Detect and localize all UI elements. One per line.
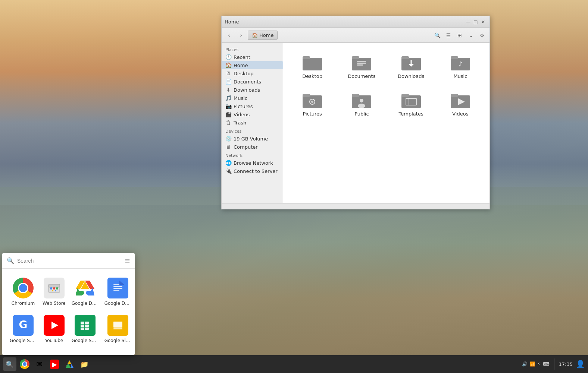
sidebar-label-computer: Computer bbox=[234, 144, 258, 150]
folder-videos-label: Videos bbox=[452, 111, 468, 117]
folder-documents-label: Documents bbox=[348, 73, 375, 79]
folder-downloads[interactable]: Downloads bbox=[390, 50, 433, 82]
folder-music[interactable]: ♪ Music bbox=[439, 50, 482, 82]
folder-videos[interactable]: Videos bbox=[439, 88, 482, 120]
chromium-taskbar-icon bbox=[20, 359, 29, 369]
fm-scrollbar[interactable] bbox=[222, 203, 490, 209]
home-nav-icon: 🏠 bbox=[225, 62, 231, 68]
app-item-gdrive[interactable]: Google Drive bbox=[70, 275, 100, 309]
taskbar-gmail-button[interactable]: ✉ bbox=[33, 357, 46, 371]
files-taskbar-icon: 📁 bbox=[80, 360, 88, 368]
folder-documents-icon bbox=[351, 53, 372, 71]
keyboard-tray-icon[interactable]: ⌨ bbox=[543, 361, 549, 367]
taskbar-chromium-button[interactable] bbox=[18, 357, 31, 371]
gsearch-icon: G bbox=[13, 315, 34, 336]
folder-public-icon bbox=[351, 91, 372, 109]
folder-videos-icon bbox=[450, 91, 471, 109]
fm-title: Home bbox=[225, 19, 465, 25]
taskbar-search-button[interactable]: 🔍 bbox=[3, 357, 16, 371]
taskbar-left: 🔍 ✉ ▶ 📁 bbox=[3, 357, 91, 371]
list-view-button[interactable]: ☰ bbox=[443, 30, 454, 41]
svg-rect-43 bbox=[401, 56, 409, 59]
computer-icon: 🖥 bbox=[225, 144, 231, 150]
svg-rect-38 bbox=[352, 56, 359, 59]
sidebar-item-music[interactable]: 🎵 Music bbox=[222, 94, 283, 102]
app-item-webstore[interactable]: Web Store bbox=[41, 275, 67, 309]
taskbar-user-icon[interactable]: 👤 bbox=[576, 360, 585, 369]
folder-pictures[interactable]: Pictures bbox=[291, 88, 334, 120]
app-item-youtube[interactable]: YouTube bbox=[41, 312, 67, 346]
svg-rect-1 bbox=[49, 284, 60, 287]
trash-icon: 🗑 bbox=[225, 120, 231, 126]
sidebar-item-recent[interactable]: 🕐 Recent bbox=[222, 53, 283, 61]
folder-desktop[interactable]: Desktop bbox=[291, 50, 334, 82]
app-item-gsheets[interactable]: Google She... bbox=[70, 312, 100, 346]
folder-downloads-icon bbox=[401, 53, 422, 71]
sidebar-item-home[interactable]: 🏠 Home bbox=[222, 61, 283, 69]
grid-view-button[interactable]: ⊞ bbox=[454, 30, 465, 41]
svg-rect-28 bbox=[81, 325, 84, 327]
sidebar-item-volume[interactable]: 💿 19 GB Volume bbox=[222, 135, 283, 143]
search-icon: 🔍 bbox=[7, 257, 14, 264]
search-input[interactable] bbox=[17, 258, 122, 264]
sidebar-item-connect-server[interactable]: 🔌 Connect to Server bbox=[222, 167, 283, 175]
gdocs-icon bbox=[107, 278, 128, 298]
network-tray-icon[interactable]: 📶 bbox=[530, 361, 535, 367]
sidebar-item-browse-network[interactable]: 🌐 Browse Network bbox=[222, 159, 283, 167]
sidebar-item-videos[interactable]: 🎬 Videos bbox=[222, 110, 283, 118]
svg-rect-50 bbox=[303, 94, 310, 97]
app-item-chromium[interactable]: Chromium bbox=[8, 275, 38, 309]
svg-rect-40 bbox=[357, 63, 366, 64]
folder-documents[interactable]: Documents bbox=[340, 50, 383, 82]
taskbar-youtube-button[interactable]: ▶ bbox=[48, 357, 61, 371]
svg-rect-62 bbox=[451, 94, 458, 97]
svg-rect-29 bbox=[85, 325, 89, 327]
folder-templates[interactable]: Templates bbox=[390, 88, 433, 120]
folder-downloads-label: Downloads bbox=[398, 73, 424, 79]
app-item-gslides[interactable]: Google Slides bbox=[103, 312, 133, 346]
sidebar-label-browse-network: Browse Network bbox=[234, 160, 273, 166]
home-button[interactable]: 🏠 Home bbox=[248, 31, 278, 40]
home-icon: 🏠 bbox=[252, 32, 258, 38]
svg-rect-22 bbox=[113, 290, 119, 291]
fm-toolbar: ‹ › 🏠 Home 🔍 ☰ ⊞ ⌄ ⚙ bbox=[222, 28, 490, 43]
taskbar-files-button[interactable]: 📁 bbox=[78, 357, 91, 371]
sidebar-item-pictures[interactable]: 📷 Pictures bbox=[222, 102, 283, 110]
sidebar-item-computer[interactable]: 🖥 Computer bbox=[222, 143, 283, 151]
svg-rect-57 bbox=[401, 95, 421, 108]
youtube-taskbar-icon: ▶ bbox=[50, 360, 59, 369]
launcher-menu-icon[interactable]: ≡ bbox=[125, 257, 130, 265]
toolbar-right: 🔍 ☰ ⊞ ⌄ ⚙ bbox=[432, 30, 487, 41]
volume-tray-icon[interactable]: 🔊 bbox=[522, 361, 528, 367]
recent-icon: 🕐 bbox=[225, 54, 231, 60]
folder-public-label: Public bbox=[354, 111, 369, 117]
search-button[interactable]: 🔍 bbox=[432, 30, 442, 41]
sidebar-item-trash[interactable]: 🗑 Trash bbox=[222, 118, 283, 127]
app-label-gdocs: Google Docs bbox=[104, 301, 131, 306]
gslides-icon bbox=[107, 315, 128, 336]
app-item-gdocs[interactable]: Google Docs bbox=[103, 275, 133, 309]
home-label: Home bbox=[259, 32, 273, 38]
connect-server-icon: 🔌 bbox=[225, 168, 231, 174]
folder-public[interactable]: Public bbox=[340, 88, 383, 120]
browse-network-icon: 🌐 bbox=[225, 160, 231, 166]
maximize-button[interactable]: □ bbox=[472, 19, 479, 25]
fm-titlebar: Home — □ ✕ bbox=[222, 16, 490, 28]
minimize-button[interactable]: — bbox=[465, 19, 472, 25]
app-item-gsearch[interactable]: G Google Sear... bbox=[8, 312, 38, 346]
folder-pictures-icon bbox=[302, 91, 323, 109]
power-tray-icon[interactable]: ⚡ bbox=[538, 361, 541, 367]
taskbar-gdrive-button[interactable] bbox=[63, 357, 76, 371]
youtube-icon bbox=[44, 315, 65, 336]
close-button[interactable]: ✕ bbox=[480, 19, 487, 25]
sidebar-item-downloads[interactable]: ⬇ Downloads bbox=[222, 86, 283, 94]
sidebar-item-documents[interactable]: 📄 Documents bbox=[222, 78, 283, 86]
sidebar-item-desktop[interactable]: 🖥 Desktop bbox=[222, 69, 283, 78]
svg-rect-30 bbox=[81, 328, 84, 330]
downloads-icon: ⬇ bbox=[225, 87, 231, 93]
back-button[interactable]: ‹ bbox=[224, 30, 234, 41]
forward-button[interactable]: › bbox=[236, 30, 246, 41]
sort-button[interactable]: ⌄ bbox=[466, 30, 476, 41]
folder-music-icon: ♪ bbox=[450, 53, 471, 71]
settings-button[interactable]: ⚙ bbox=[477, 30, 487, 41]
